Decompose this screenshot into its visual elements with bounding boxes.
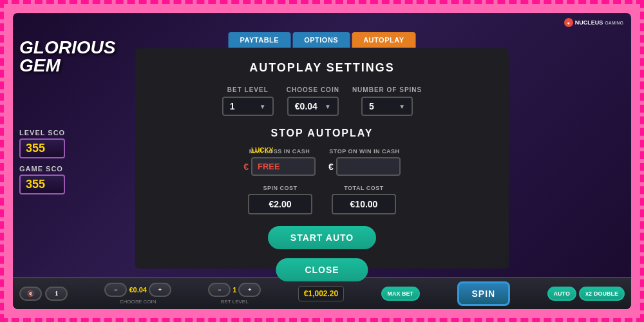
bet-level-arrow: ▼: [260, 103, 266, 110]
spin-cost-value: €2.00: [248, 194, 312, 214]
coin-minus-button[interactable]: −: [104, 283, 127, 297]
cost-row: SPIN COST €2.00 TOTAL COST €10.00: [155, 185, 489, 214]
stop-win-input-row: €: [328, 157, 401, 176]
panel-title: AUTOPLAY SETTINGS: [155, 61, 489, 75]
max-bet-button[interactable]: MAX BET: [381, 287, 421, 301]
spins-arrow: ▼: [399, 103, 405, 110]
bottom-bar: 🔇 ℹ − €0.04 + CHOOSE COIN: [13, 277, 631, 309]
close-button[interactable]: CLOSE: [276, 258, 368, 281]
info-icon: ℹ: [55, 290, 57, 297]
stop-win-input[interactable]: [336, 157, 401, 176]
bet-level-group: BET LEVEL 1 ▼: [222, 86, 274, 116]
game-score-label: GAME SCO: [19, 165, 65, 173]
coin-plus-button[interactable]: +: [149, 283, 171, 297]
choose-coin-label-bottom: CHOOSE COIN: [120, 299, 156, 305]
coin-minus-icon: −: [114, 287, 117, 293]
coin-value: €0.04: [129, 286, 147, 294]
game-score-box: 355: [19, 175, 65, 194]
total-cost-group: TOTAL COST €10.00: [332, 185, 396, 214]
game-title: GLORIOUS GEM: [19, 39, 115, 75]
bet-minus-icon: −: [218, 287, 221, 293]
max-loss-input-row: € LUCKY: [243, 157, 316, 176]
tab-nav: PAYTABLE OPTIONS AUTOPLAY: [229, 32, 416, 48]
double-label: DOUBLE: [594, 290, 618, 297]
max-loss-group: MAX LOSS IN CASH € LUCKY: [243, 148, 316, 176]
nucleus-logo: ● NUCLEUS GAMING: [564, 18, 623, 27]
lucky-text: LUCKY: [251, 147, 273, 154]
bet-level-label-bottom: BET LEVEL: [221, 299, 249, 305]
max-loss-input[interactable]: [251, 157, 316, 176]
bet-value: 1: [232, 286, 236, 294]
game-area: ● NUCLEUS GAMING GLORIOUS GEM LEVEL SCO …: [13, 13, 631, 309]
spins-group: NUMBER OF SPINS 5 ▼: [352, 86, 422, 116]
choose-coin-arrow: ▼: [325, 103, 331, 110]
choose-coin-dropdown[interactable]: €0.04 ▼: [287, 97, 339, 116]
level-score-box: 355: [19, 138, 65, 158]
double-button[interactable]: x2 DOUBLE: [579, 287, 625, 301]
game-logo-area: GLORIOUS GEM LEVEL SCO 355 GAME SCO 355: [13, 13, 129, 283]
spins-value: 5: [369, 101, 374, 111]
start-auto-button[interactable]: START AUTO: [268, 226, 376, 249]
tab-paytable[interactable]: PAYTABLE: [229, 32, 291, 48]
tab-autoplay[interactable]: AUTOPLAY: [352, 32, 415, 48]
choose-coin-label: CHOOSE COIN: [287, 86, 339, 93]
tab-options[interactable]: OPTIONS: [292, 32, 350, 48]
coin-plus-icon: +: [158, 287, 162, 293]
nucleus-label: NUCLEUS: [575, 19, 603, 26]
bet-level-dropdown[interactable]: 1 ▼: [222, 97, 274, 116]
stop-autoplay-title: STOP AUTOPLAY: [155, 128, 489, 139]
info-button[interactable]: ℹ: [45, 287, 68, 301]
bet-minus-button[interactable]: −: [208, 283, 231, 297]
mute-icon: 🔇: [27, 290, 34, 297]
total-cost-label: TOTAL COST: [344, 185, 384, 191]
stop-win-euro: €: [328, 162, 334, 172]
bet-plus-icon: +: [248, 287, 251, 293]
settings-panel: AUTOPLAY SETTINGS BET LEVEL 1 ▼ CHOOSE C…: [135, 48, 509, 269]
auto-label: AUTO: [554, 290, 570, 297]
nucleus-sublabel: GAMING: [605, 21, 623, 25]
auto-button[interactable]: AUTO: [547, 287, 576, 301]
level-section: LEVEL SCO 355 GAME SCO 355: [19, 129, 65, 201]
game-score-value: 355: [26, 178, 45, 191]
spin-cost-group: SPIN COST €2.00: [248, 185, 312, 214]
bet-level-label: BET LEVEL: [227, 86, 269, 93]
total-cost-value: €10.00: [332, 194, 396, 214]
spins-dropdown[interactable]: 5 ▼: [361, 97, 413, 116]
mute-button[interactable]: 🔇: [19, 287, 42, 301]
spin-cost-label: SPIN COST: [263, 185, 297, 191]
stop-win-group: STOP ON WIN IN CASH €: [328, 148, 401, 176]
top-bar: ● NUCLEUS GAMING: [564, 18, 623, 27]
max-loss-euro: €: [243, 162, 249, 172]
stop-win-label: STOP ON WIN IN CASH: [328, 148, 401, 155]
nucleus-icon: ●: [564, 18, 573, 27]
cash-row: MAX LOSS IN CASH € LUCKY STOP ON WIN IN …: [155, 148, 489, 176]
game-title-line2: GEM: [19, 57, 115, 75]
outer-frame: ● NUCLEUS GAMING GLORIOUS GEM LEVEL SCO …: [0, 0, 644, 322]
bet-plus-button[interactable]: +: [238, 283, 261, 297]
level-score-value: 355: [26, 142, 45, 155]
bet-level-value: 1: [230, 101, 235, 111]
spin-button[interactable]: SPIN: [457, 281, 511, 306]
double-value: x2: [585, 290, 592, 297]
spins-label: NUMBER OF SPINS: [352, 86, 422, 93]
choose-coin-group: CHOOSE COIN €0.04 ▼: [287, 86, 339, 116]
game-title-line1: GLORIOUS: [19, 39, 115, 57]
controls-row: BET LEVEL 1 ▼ CHOOSE COIN €0.04 ▼ NUMBER…: [155, 86, 489, 116]
level-label: LEVEL SCO: [19, 129, 65, 137]
lucky-wrapper: LUCKY: [251, 157, 316, 176]
choose-coin-value: €0.04: [295, 101, 317, 111]
balance-display: €1,002.20: [298, 286, 344, 301]
